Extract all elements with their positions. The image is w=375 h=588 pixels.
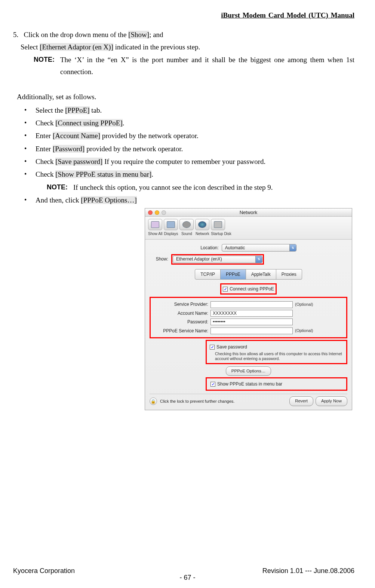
save-password-label: Save password bbox=[216, 343, 247, 351]
pppoe-service-name-label: PPPoE Service Name: bbox=[151, 327, 208, 335]
bullet-text: tab. bbox=[90, 106, 102, 114]
location-dropdown[interactable]: Automatic ⇅ bbox=[222, 244, 296, 252]
bullet-text: Select the bbox=[36, 106, 65, 114]
window-titlebar: Network bbox=[145, 208, 352, 217]
hi-showstatus: [Show PPPoE status in menu bar] bbox=[55, 170, 151, 178]
tab-pppoe[interactable]: PPPoE bbox=[221, 269, 246, 280]
show-status-highlight: ✓ Show PPPoE status in menu bar bbox=[206, 377, 347, 391]
note-1: NOTE: The ‘X’ in the “en X” is the port … bbox=[34, 54, 354, 78]
hi-connect: [Connect using PPPoE] bbox=[55, 119, 122, 127]
lock-icon[interactable]: 🔒 bbox=[150, 397, 157, 405]
bullet-text: Enter bbox=[36, 145, 53, 153]
save-password-hint: Checking this box allows all users of th… bbox=[215, 351, 345, 361]
note-text: The ‘X’ in the “en X” is the port number… bbox=[60, 54, 354, 78]
show-status-checkbox[interactable]: ✓ bbox=[210, 382, 215, 387]
step-text: ; and bbox=[149, 31, 163, 39]
bullet-list: •Select the [PPPoE] tab. •Check [Connect… bbox=[24, 104, 354, 206]
lock-text: Click the lock to prevent further change… bbox=[160, 398, 234, 405]
account-name-input[interactable]: XXXXXXXX bbox=[210, 310, 293, 317]
show-highlight: Ethernet Adaptor (enX) ⇅ bbox=[171, 254, 264, 265]
step-text: Select bbox=[21, 43, 40, 51]
save-password-checkbox[interactable]: ✓ bbox=[210, 345, 215, 350]
note-text: If uncheck this option, you cannot see t… bbox=[73, 182, 273, 194]
page-number: - 67 - bbox=[0, 572, 375, 584]
connect-pppoe-label: Connect using PPPoE bbox=[230, 285, 274, 293]
toolbar-startupdisk[interactable]: Startup Disk bbox=[211, 219, 231, 237]
toolbar-displays[interactable]: Displays bbox=[164, 219, 178, 237]
account-name-label: Account Name: bbox=[151, 310, 208, 317]
bullet-dot: • bbox=[24, 104, 36, 116]
show-value: Ethernet Adaptor (enX) bbox=[173, 255, 225, 263]
show-status-label: Show PPPoE status in menu bar bbox=[217, 380, 282, 388]
bullet-dot: • bbox=[24, 117, 36, 129]
mac-network-screenshot: Network Show All Displays Sound Network … bbox=[145, 208, 352, 410]
show-label: Show: bbox=[150, 255, 168, 263]
toolbar-network[interactable]: Network bbox=[195, 219, 209, 237]
step-text: Click on the drop down menu of the bbox=[24, 31, 129, 39]
connect-pppoe-checkbox[interactable]: ✓ bbox=[223, 287, 228, 292]
chevron-updown-icon: ⇅ bbox=[289, 244, 296, 251]
bullet-text: And then, click bbox=[36, 196, 81, 204]
hi-options: [PPPoE Options…] bbox=[81, 196, 136, 204]
location-value: Automatic bbox=[222, 244, 248, 252]
password-label: Password: bbox=[151, 318, 208, 326]
bullet-text: Check bbox=[36, 119, 55, 127]
apply-now-button[interactable]: Apply Now bbox=[316, 396, 347, 406]
pppoe-service-name-input[interactable] bbox=[210, 327, 293, 334]
bullet-text: Check bbox=[36, 170, 55, 178]
note-label: NOTE: bbox=[34, 54, 55, 78]
additional-heading: Additionally, set as follows. bbox=[17, 91, 354, 103]
show-dropdown[interactable]: Ethernet Adaptor (enX) ⇅ bbox=[173, 256, 262, 263]
bullet-text: . bbox=[123, 119, 125, 127]
pppoe-options-button[interactable]: PPPoE Options… bbox=[226, 366, 271, 376]
note-label: NOTE: bbox=[47, 182, 68, 194]
optional-label: (Optional) bbox=[295, 301, 313, 308]
step-5: 5. Click on the drop down menu of the [S… bbox=[13, 29, 354, 78]
chevron-updown-icon: ⇅ bbox=[255, 256, 262, 263]
location-label: Location: bbox=[200, 244, 219, 252]
revert-button[interactable]: Revert bbox=[289, 396, 313, 406]
hi-save: [Save password] bbox=[55, 158, 102, 165]
lock-row: 🔒 Click the lock to prevent further chan… bbox=[150, 394, 347, 406]
bullet-text: provided by the network operator. bbox=[84, 145, 183, 153]
credentials-highlight: Service Provider: (Optional) Account Nam… bbox=[150, 297, 347, 338]
hi-password: [Password] bbox=[53, 145, 85, 153]
bullet-dot: • bbox=[24, 194, 36, 206]
bullet-text: Enter bbox=[36, 132, 53, 140]
bullet-text: Check bbox=[36, 158, 55, 165]
bullet-dot: • bbox=[24, 168, 36, 180]
bullet-text: If you require the computer to remember … bbox=[102, 158, 265, 165]
bullet-dot: • bbox=[24, 156, 36, 168]
window-title: Network bbox=[145, 208, 352, 217]
tab-proxies[interactable]: Proxies bbox=[276, 269, 302, 280]
password-input[interactable]: •••••••• bbox=[210, 319, 293, 325]
bullet-text: provided by the network operator. bbox=[100, 132, 199, 140]
note-2: NOTE: If uncheck this option, you cannot… bbox=[47, 182, 354, 194]
tab-tcpip[interactable]: TCP/IP bbox=[195, 269, 221, 280]
page-header: iBurst Modem Card Model (UTC) Manual bbox=[13, 9, 354, 21]
step-text: indicated in the previous step. bbox=[113, 43, 200, 51]
step-number: 5. bbox=[13, 31, 18, 39]
bullet-dot: • bbox=[24, 143, 36, 155]
service-provider-label: Service Provider: bbox=[151, 301, 208, 308]
tabs: TCP/IP PPPoE AppleTalk Proxies bbox=[150, 269, 347, 280]
tab-appletalk[interactable]: AppleTalk bbox=[246, 269, 276, 280]
bullet-text: . bbox=[151, 170, 153, 178]
connect-pppoe-highlight: ✓ Connect using PPPoE bbox=[220, 283, 277, 295]
toolbar: Show All Displays Sound Network Startup … bbox=[145, 217, 352, 240]
hi-ethernet: [Ethernet Adaptor (en X)] bbox=[40, 43, 113, 51]
hi-show: [Show] bbox=[128, 31, 149, 39]
optional-label: (Optional) bbox=[295, 327, 313, 334]
hi-pppoe: [PPPoE] bbox=[65, 106, 89, 114]
hi-account: [Account Name] bbox=[53, 132, 100, 140]
bullet-dot: • bbox=[24, 130, 36, 142]
service-provider-input[interactable] bbox=[210, 301, 293, 308]
toolbar-showall[interactable]: Show All bbox=[148, 219, 162, 237]
save-password-highlight: ✓ Save password Checking this box allows… bbox=[206, 340, 347, 364]
toolbar-sound[interactable]: Sound bbox=[179, 219, 194, 237]
